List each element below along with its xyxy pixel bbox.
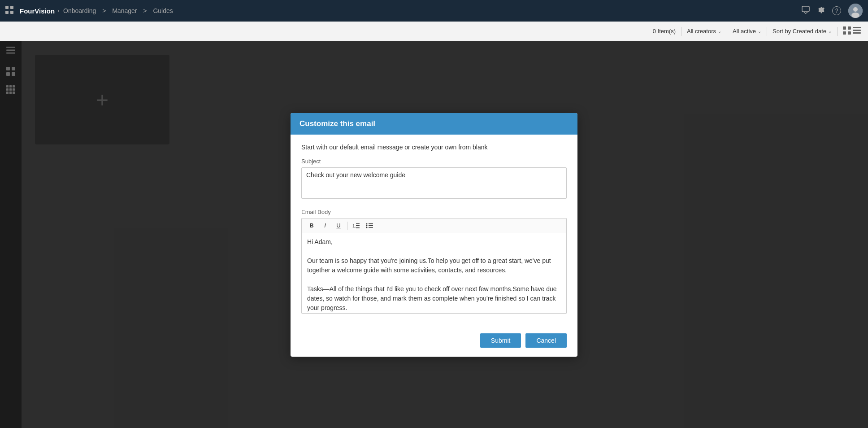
svg-rect-3 [10,11,13,14]
svg-rect-33 [356,225,360,226]
svg-rect-32 [356,223,360,224]
svg-point-35 [366,223,368,224]
editor-toolbar: B I U 1. [301,218,567,233]
bold-button[interactable]: B [305,220,318,231]
underline-button[interactable]: U [332,220,345,231]
brand-name: FourVision [20,7,55,15]
dialog-body: Start with our default email message or … [291,135,577,326]
toolbar-sep-3 [767,27,767,36]
navbar: ​ FourVision › Onboarding > Manager > Gu… [0,0,868,22]
svg-rect-34 [356,227,360,228]
svg-rect-12 [853,27,861,28]
all-creators-chevron: ⌄ [718,29,721,34]
grid-view-icon[interactable] [843,26,851,36]
svg-rect-10 [843,31,846,35]
toolbar: 0 Item(s) All creators ⌄ All active ⌄ So… [0,22,868,41]
dialog-header: Customize this email [291,113,577,135]
svg-rect-14 [853,32,861,34]
submit-button[interactable]: Submit [480,333,521,348]
toolbar-separator [347,222,347,230]
message-icon[interactable] [802,6,810,16]
cancel-button[interactable]: Cancel [525,333,567,348]
svg-point-6 [853,7,858,12]
email-body-textarea[interactable] [301,233,567,314]
user-avatar[interactable] [848,4,863,18]
settings-icon[interactable] [817,6,825,16]
breadcrumb-sep2: > [143,7,148,14]
dialog-footer: Submit Cancel [291,326,577,357]
svg-rect-9 [848,26,851,30]
svg-rect-38 [369,223,373,224]
svg-rect-2 [5,11,9,14]
all-creators-dropdown[interactable]: All creators ⌄ [687,28,721,35]
svg-point-36 [366,225,368,226]
toolbar-sep-4 [837,27,838,36]
svg-rect-1 [10,6,13,9]
svg-rect-8 [843,26,846,30]
svg-point-37 [366,227,368,228]
svg-rect-0 [5,6,9,9]
apps-grid-icon[interactable]: ​ [5,6,13,16]
sort-by-dropdown[interactable]: Sort by Created date ⌄ [773,28,832,35]
svg-rect-4 [802,6,809,12]
subject-label: Subject [301,158,567,165]
view-toggle [843,26,861,36]
sort-chevron: ⌄ [828,29,832,34]
ordered-list-button[interactable]: 1. [350,220,362,231]
breadcrumb-onboarding[interactable]: Onboarding [63,7,96,14]
breadcrumb-sep1: > [102,7,108,14]
svg-rect-11 [848,31,851,35]
breadcrumb: Onboarding > Manager > Guides [61,7,175,14]
list-view-icon[interactable] [853,26,861,36]
brand-chevron: › [57,8,59,14]
svg-text:1.: 1. [352,223,356,228]
toolbar-sep-2 [727,27,727,36]
toolbar-sep-1 [681,27,681,36]
dialog-title: Customize this email [299,119,375,128]
email-body-label: Email Body [301,209,567,215]
items-count: 0 Item(s) [653,28,676,35]
main-area: + Customize this email Start with our de… [0,41,868,428]
all-active-chevron: ⌄ [758,29,761,34]
breadcrumb-manager[interactable]: Manager [112,7,137,14]
svg-rect-39 [369,225,373,226]
navbar-right: ? [802,4,863,18]
customize-email-dialog: Customize this email Start with our defa… [291,113,577,357]
italic-button[interactable]: I [319,220,331,231]
svg-rect-40 [369,227,373,228]
all-active-dropdown[interactable]: All active ⌄ [733,28,761,35]
svg-rect-13 [853,30,861,31]
subject-textarea[interactable] [301,167,567,199]
dialog-subtitle: Start with our default email message or … [301,144,567,151]
breadcrumb-guides[interactable]: Guides [153,7,173,14]
unordered-list-button[interactable] [363,220,376,231]
help-icon[interactable]: ? [832,6,841,15]
dialog-overlay: Customize this email Start with our defa… [0,41,868,428]
svg-point-7 [851,13,859,18]
